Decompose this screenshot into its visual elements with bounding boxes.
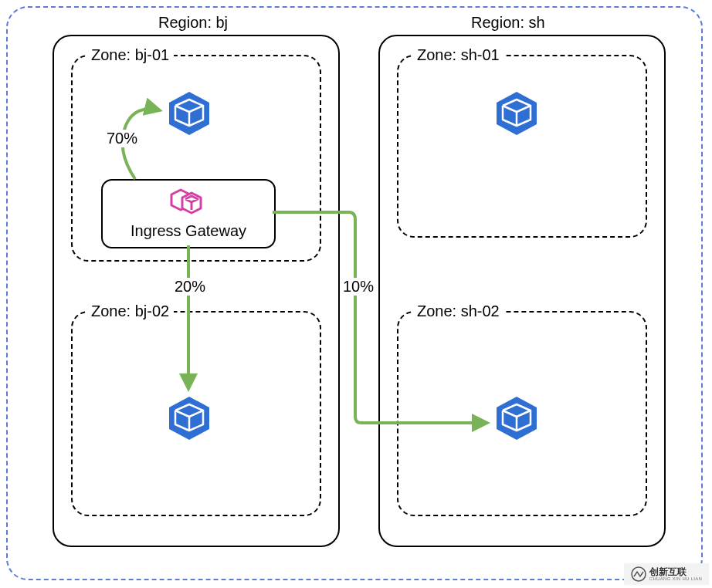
zone-bj-01-label: Zone: bj-01 <box>86 46 174 64</box>
pct-10: 10% <box>340 278 377 296</box>
gateway-icon <box>168 185 209 218</box>
watermark-icon <box>631 566 646 582</box>
region-sh-label: Region: sh <box>471 14 545 32</box>
pct-70: 70% <box>103 130 141 147</box>
watermark: 创新互联 CHUANG XIN HU LIAN <box>624 563 709 585</box>
gateway-label: Ingress Gateway <box>103 222 274 240</box>
pct-20: 20% <box>171 278 209 296</box>
zone-sh-02-label: Zone: sh-02 <box>412 302 504 320</box>
zone-bj-02-label: Zone: bj-02 <box>86 302 174 320</box>
watermark-sub: CHUANG XIN HU LIAN <box>649 576 702 581</box>
ingress-gateway: Ingress Gateway <box>101 179 276 248</box>
service-icon <box>164 89 214 138</box>
zone-sh-01-label: Zone: sh-01 <box>412 46 504 64</box>
service-icon <box>492 394 541 443</box>
watermark-brand: 创新互联 <box>649 567 702 576</box>
service-icon <box>164 394 214 443</box>
service-icon <box>492 89 541 138</box>
region-bj-label: Region: bj <box>158 14 228 32</box>
zone-sh-01 <box>397 55 647 238</box>
